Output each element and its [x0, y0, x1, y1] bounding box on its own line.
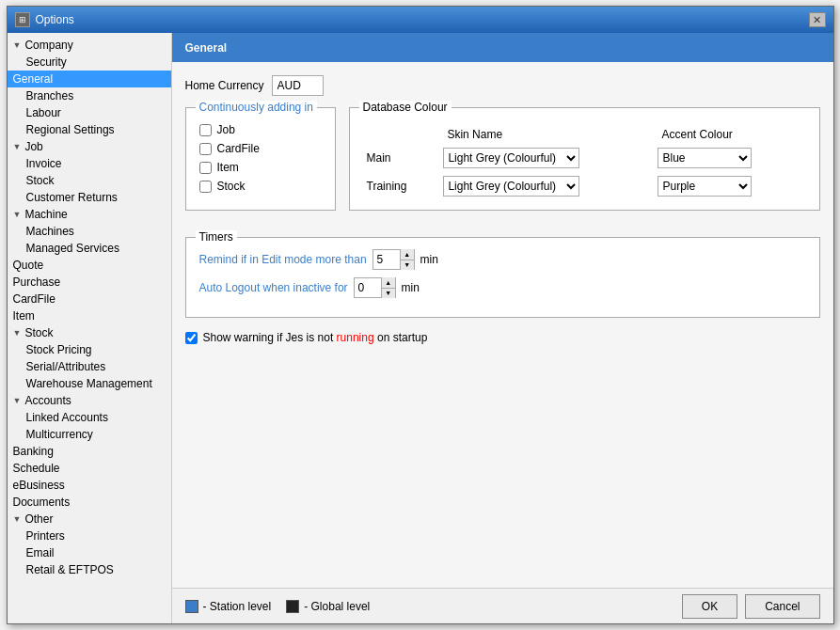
- main-row: Main Light Grey (Colourful) Dark Grey Bl…: [363, 144, 806, 172]
- sidebar-item-retail-eftpos[interactable]: Retail & EFTPOS: [8, 561, 171, 578]
- remind-unit: min: [420, 253, 438, 266]
- sidebar-item-stock-job[interactable]: Stock: [8, 172, 171, 189]
- station-legend: - Station level: [185, 600, 272, 613]
- sidebar-item-security[interactable]: Security: [8, 54, 171, 71]
- remind-spin-down[interactable]: ▼: [401, 260, 414, 271]
- main-accent-cell: Blue Purple Green Red: [654, 144, 805, 172]
- warning-running: running: [337, 331, 374, 344]
- auto-logout-spinner: ▲ ▼: [354, 277, 396, 298]
- auto-logout-unit: min: [402, 281, 420, 294]
- check-job[interactable]: [199, 124, 212, 136]
- remind-label: Remind if in Edit mode more than: [199, 253, 367, 266]
- remind-spinner-btns: ▲ ▼: [400, 249, 414, 270]
- auto-logout-spin-down[interactable]: ▼: [382, 289, 395, 299]
- home-currency-input[interactable]: [272, 75, 324, 96]
- timers-box: Timers Remind if in Edit mode more than …: [185, 237, 820, 318]
- remind-spin-up[interactable]: ▲: [401, 249, 414, 260]
- close-button[interactable]: ✕: [809, 12, 826, 27]
- database-colour-title: Database Colour: [359, 101, 452, 114]
- sidebar-item-documents[interactable]: Documents: [8, 494, 171, 511]
- window-title: Options: [36, 13, 74, 26]
- ok-button[interactable]: OK: [682, 594, 737, 619]
- check-cardfile-row: CardFile: [199, 142, 322, 155]
- sidebar-item-general[interactable]: General: [8, 71, 171, 87]
- continuously-adding-title: Continuously adding in: [196, 101, 317, 114]
- sidebar-item-invoice[interactable]: Invoice: [8, 155, 171, 172]
- training-accent-select[interactable]: Blue Purple Green Red: [658, 176, 752, 197]
- auto-logout-value[interactable]: [355, 279, 381, 296]
- continuously-adding-box: Continuously adding in Job CardFile: [185, 107, 336, 211]
- sidebar-item-email[interactable]: Email: [8, 544, 171, 561]
- footer-legend: - Station level - Global level: [185, 600, 371, 613]
- sidebar-item-other[interactable]: ▼ Other: [8, 511, 171, 528]
- sidebar-item-ebusiness[interactable]: eBusiness: [8, 477, 171, 494]
- training-row: Training Light Grey (Colourful) Dark Gre…: [363, 172, 806, 200]
- auto-logout-spinner-btns: ▲ ▼: [381, 277, 395, 298]
- check-job-row: Job: [199, 123, 322, 136]
- sidebar-item-purchase[interactable]: Purchase: [8, 274, 171, 291]
- content-body: Home Currency Continuously adding in Job: [172, 62, 833, 588]
- expand-icon: ▼: [13, 40, 22, 50]
- empty-col: [363, 125, 440, 144]
- sidebar-item-branches[interactable]: Branches: [8, 87, 171, 104]
- sidebar-item-managed-services[interactable]: Managed Services: [8, 240, 171, 257]
- check-item[interactable]: [199, 162, 212, 174]
- remind-row: Remind if in Edit mode more than ▲ ▼ min: [199, 249, 806, 270]
- sidebar-item-accounts[interactable]: ▼ Accounts: [8, 392, 171, 409]
- main-label: Main: [363, 144, 440, 172]
- sidebar-item-cardfile[interactable]: CardFile: [8, 291, 171, 307]
- training-skin-select[interactable]: Light Grey (Colourful) Dark Grey Blue: [443, 176, 579, 197]
- sidebar-item-linked-accounts[interactable]: Linked Accounts: [8, 409, 171, 426]
- sidebar-item-stock[interactable]: ▼ Stock: [8, 324, 171, 341]
- sidebar-item-quote[interactable]: Quote: [8, 257, 171, 274]
- sidebar-item-multicurrency[interactable]: Multicurrency: [8, 426, 171, 443]
- main-skin-select[interactable]: Light Grey (Colourful) Dark Grey Blue: [443, 148, 579, 168]
- warning-text: Show warning if Jes is not running on st…: [203, 331, 428, 344]
- sidebar-item-machines[interactable]: Machines: [8, 223, 171, 240]
- training-accent-cell: Blue Purple Green Red: [654, 172, 805, 200]
- sidebar-item-machine[interactable]: ▼ Machine: [8, 206, 171, 223]
- timers-title: Timers: [196, 230, 237, 244]
- sidebar-item-item[interactable]: Item: [8, 307, 171, 324]
- sidebar-item-labour[interactable]: Labour: [8, 104, 171, 121]
- check-stock[interactable]: [199, 181, 212, 193]
- two-col-section: Continuously adding in Job CardFile: [185, 107, 820, 224]
- window-icon: ⊞: [15, 12, 30, 27]
- expand-icon-other: ▼: [13, 514, 22, 524]
- database-colour-table: Skin Name Accent Colour Main Light Gre: [363, 125, 806, 200]
- check-cardfile[interactable]: [199, 143, 212, 155]
- footer-buttons: OK Cancel: [682, 594, 820, 619]
- main-skin-cell: Light Grey (Colourful) Dark Grey Blue: [439, 144, 654, 172]
- auto-logout-spin-up[interactable]: ▲: [382, 277, 395, 289]
- sidebar-item-stock-pricing[interactable]: Stock Pricing: [8, 341, 171, 358]
- database-colour-box: Database Colour Skin Name Accent Colour: [349, 107, 820, 211]
- check-job-label: Job: [217, 123, 235, 136]
- remind-value[interactable]: [373, 251, 400, 268]
- sidebar-item-schedule[interactable]: Schedule: [8, 460, 171, 477]
- auto-logout-label: Auto Logout when inactive for: [199, 281, 348, 294]
- sidebar-item-customer-returns[interactable]: Customer Returns: [8, 189, 171, 206]
- sidebar-item-printers[interactable]: Printers: [8, 528, 171, 544]
- sidebar-item-warehouse-management[interactable]: Warehouse Management: [8, 375, 171, 392]
- warning-row: Show warning if Jes is not running on st…: [185, 331, 820, 344]
- main-accent-select[interactable]: Blue Purple Green Red: [658, 148, 752, 168]
- sidebar-item-job[interactable]: ▼ Job: [8, 138, 171, 155]
- sidebar-item-company[interactable]: ▼ Company: [8, 37, 171, 54]
- expand-icon-job: ▼: [13, 142, 22, 151]
- sidebar: ▼ Company Security General Branches Labo…: [8, 33, 172, 623]
- check-stock-label: Stock: [217, 180, 246, 193]
- global-legend-box: [286, 600, 299, 613]
- sidebar-item-regional-settings[interactable]: Regional Settings: [8, 121, 171, 138]
- sidebar-item-banking[interactable]: Banking: [8, 443, 171, 460]
- accent-colour-header: Accent Colour: [654, 125, 805, 144]
- warning-checkbox[interactable]: [185, 332, 198, 344]
- sidebar-item-serial-attributes[interactable]: Serial/Attributes: [8, 358, 171, 375]
- auto-logout-row: Auto Logout when inactive for ▲ ▼ min: [199, 277, 806, 298]
- skin-name-header: Skin Name: [439, 125, 654, 144]
- training-skin-cell: Light Grey (Colourful) Dark Grey Blue: [439, 172, 654, 200]
- content-header: General: [172, 33, 833, 62]
- station-legend-label: - Station level: [203, 600, 272, 613]
- remind-spinner: ▲ ▼: [372, 249, 415, 270]
- cancel-button[interactable]: Cancel: [745, 594, 819, 619]
- options-window: ⊞ Options ✕ ▼ Company Security General B…: [7, 6, 834, 624]
